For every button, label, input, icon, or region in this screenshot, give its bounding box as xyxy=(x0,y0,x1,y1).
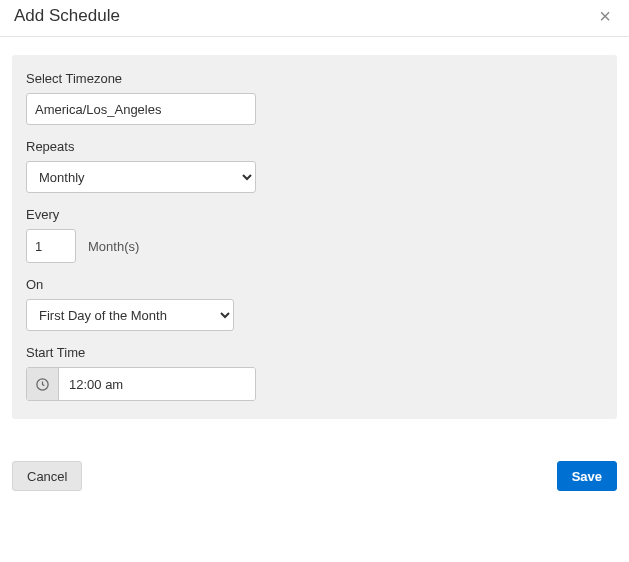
every-unit-label: Month(s) xyxy=(88,239,139,254)
repeats-label: Repeats xyxy=(26,139,603,154)
start-time-group: Start Time xyxy=(26,345,603,401)
repeats-select[interactable]: Monthly xyxy=(26,161,256,193)
repeats-group: Repeats Monthly xyxy=(26,139,603,193)
on-group: On First Day of the Month xyxy=(26,277,603,331)
every-row: Month(s) xyxy=(26,229,603,263)
timezone-label: Select Timezone xyxy=(26,71,603,86)
every-group: Every Month(s) xyxy=(26,207,603,263)
start-time-label: Start Time xyxy=(26,345,603,360)
on-select[interactable]: First Day of the Month xyxy=(26,299,234,331)
modal-header: Add Schedule × xyxy=(0,0,629,37)
start-time-input[interactable] xyxy=(59,368,255,400)
start-time-input-wrap xyxy=(26,367,256,401)
clock-icon xyxy=(27,368,59,400)
timezone-input[interactable] xyxy=(26,93,256,125)
schedule-form-panel: Select Timezone Repeats Monthly Every Mo… xyxy=(12,55,617,419)
modal-title: Add Schedule xyxy=(14,6,120,26)
save-button[interactable]: Save xyxy=(557,461,617,491)
every-value-input[interactable] xyxy=(26,229,76,263)
modal-footer: Cancel Save xyxy=(0,429,629,501)
close-icon: × xyxy=(599,5,611,27)
cancel-button[interactable]: Cancel xyxy=(12,461,82,491)
close-button[interactable]: × xyxy=(595,6,615,26)
modal-body: Select Timezone Repeats Monthly Every Mo… xyxy=(0,37,629,429)
every-label: Every xyxy=(26,207,603,222)
on-label: On xyxy=(26,277,603,292)
timezone-group: Select Timezone xyxy=(26,71,603,125)
